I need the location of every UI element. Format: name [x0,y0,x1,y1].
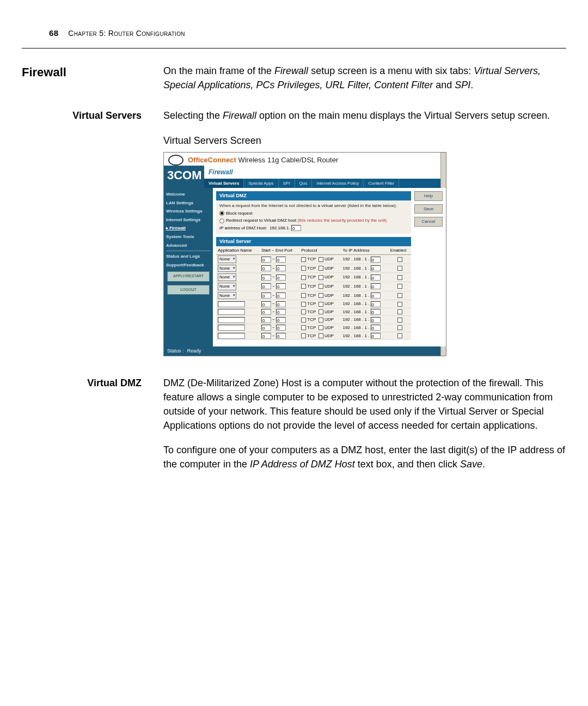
to-ip-input[interactable]: 0 [371,283,381,289]
text: text box, and then click [355,459,460,470]
tcp-checkbox[interactable] [301,266,306,271]
app-name-select[interactable]: None [218,273,236,281]
end-port-input[interactable]: 0 [276,317,286,323]
sidebar-item-status[interactable]: Status and Logs [166,253,211,260]
sidebar-item-internet[interactable]: Internet Settings [166,217,211,223]
tcp-checkbox[interactable] [301,275,306,280]
sidebar-item-lan[interactable]: LAN Settings [166,200,211,206]
end-port-input[interactable]: 0 [276,293,286,299]
help-button[interactable]: Help [414,191,443,201]
end-port-input[interactable]: 0 [276,265,286,271]
radio-icon[interactable] [219,211,224,216]
to-ip-input[interactable]: 0 [371,333,381,339]
radio-block-request[interactable]: Block request [219,210,408,217]
udp-checkbox[interactable] [318,284,323,289]
tcp-checkbox[interactable] [301,257,306,262]
app-name-select[interactable]: None [218,265,236,272]
dmz-paragraph-1: DMZ (De-Militarized Zone) Host is a comp… [163,376,566,433]
udp-checkbox[interactable] [318,302,323,307]
table-row: None0 ~ 0 TCP UDP192 . 168 . 1 . 0 [216,264,411,273]
apply-restart-button[interactable]: APPLY/RESTART [167,271,210,281]
sidebar-item-welcome[interactable]: Welcome [166,191,211,198]
logout-button[interactable]: LOGOUT [167,285,210,295]
udp-checkbox[interactable] [318,275,323,280]
end-port-input[interactable]: 0 [276,275,286,281]
start-port-input[interactable]: 0 [261,275,271,281]
to-ip-input[interactable]: 0 [371,317,381,323]
tab-virtual-servers[interactable]: Virtual Servers [204,179,244,188]
dmz-ip-input[interactable]: 0 [291,225,301,231]
tab-internet-access-policy[interactable]: Internet Access Policy [312,179,364,188]
sidebar-item-advanced[interactable]: Advanced [166,242,211,249]
radio-icon[interactable] [219,218,224,223]
end-port-input[interactable]: 0 [276,283,286,289]
start-port-input[interactable]: 0 [261,257,271,263]
sidebar-item-systemtools[interactable]: System Tools [166,234,211,240]
udp-checkbox[interactable] [318,266,323,271]
udp-checkbox[interactable] [318,293,323,298]
to-ip-input[interactable]: 0 [371,293,381,299]
start-port-input[interactable]: 0 [261,309,271,315]
app-name-input[interactable] [218,317,245,323]
save-button[interactable]: Save [414,204,443,214]
start-port-input[interactable]: 0 [261,325,271,331]
radio-redirect-dmz[interactable]: Redirect request to Virtual DMZ host (th… [219,217,408,224]
end-port-input[interactable]: 0 [276,301,286,307]
enabled-checkbox[interactable] [397,309,402,314]
sidebar-item-support[interactable]: Support/Feedback [166,262,211,269]
udp-checkbox[interactable] [318,257,323,262]
to-ip-input[interactable]: 0 [371,265,381,271]
start-port-input[interactable]: 0 [261,333,271,339]
to-ip-input[interactable]: 0 [371,301,381,307]
enabled-checkbox[interactable] [397,333,402,338]
tcp-checkbox[interactable] [301,309,306,314]
start-port-input[interactable]: 0 [261,283,271,289]
cancel-button[interactable]: Cancel [414,217,443,227]
tcp-checkbox[interactable] [301,333,306,338]
udp-checkbox[interactable] [318,309,323,314]
enabled-checkbox[interactable] [397,266,402,271]
start-port-input[interactable]: 0 [261,293,271,299]
app-name-select[interactable]: None [218,255,236,263]
tab-qos[interactable]: Qos [295,179,313,188]
to-ip-input[interactable]: 0 [371,325,381,331]
sidebar-item-firewall[interactable]: ▸ Firewall [166,225,211,232]
tab-spi[interactable]: SPI [279,179,295,188]
app-name-select[interactable]: None [218,283,236,290]
app-name-input[interactable] [218,325,245,331]
app-name-select[interactable]: None [218,292,236,300]
tab-special-apps[interactable]: Special Apps [244,179,278,188]
enabled-checkbox[interactable] [397,257,402,262]
start-port-input[interactable]: 0 [261,301,271,307]
start-port-input[interactable]: 0 [261,317,271,323]
enabled-checkbox[interactable] [397,302,402,307]
enabled-checkbox[interactable] [397,293,402,298]
end-port-input[interactable]: 0 [276,257,286,263]
app-name-input[interactable] [218,301,245,307]
end-port-input[interactable]: 0 [276,309,286,315]
tab-content-filter[interactable]: Content Filter [364,179,399,188]
enabled-checkbox[interactable] [397,284,402,289]
tcp-checkbox[interactable] [301,302,306,307]
enabled-checkbox[interactable] [397,318,402,322]
tcp-checkbox[interactable] [301,318,306,322]
udp-checkbox[interactable] [318,333,323,338]
udp-checkbox[interactable] [318,325,323,330]
udp-checkbox[interactable] [318,318,323,322]
app-name-input[interactable] [218,309,245,315]
app-name-input[interactable] [218,333,245,339]
col-enabled: Enabled [389,246,411,255]
end-port-input[interactable]: 0 [276,333,286,339]
tcp-checkbox[interactable] [301,293,306,298]
to-ip-input[interactable]: 0 [371,275,381,281]
to-ip-input[interactable]: 0 [371,257,381,263]
tcp-checkbox[interactable] [301,284,306,289]
enabled-checkbox[interactable] [397,325,402,330]
tcp-checkbox[interactable] [301,325,306,330]
text: and [433,80,455,90]
enabled-checkbox[interactable] [397,275,402,280]
sidebar-item-wireless[interactable]: Wireless Settings [166,208,211,215]
to-ip-input[interactable]: 0 [371,309,381,315]
end-port-input[interactable]: 0 [276,325,286,331]
start-port-input[interactable]: 0 [261,265,271,271]
